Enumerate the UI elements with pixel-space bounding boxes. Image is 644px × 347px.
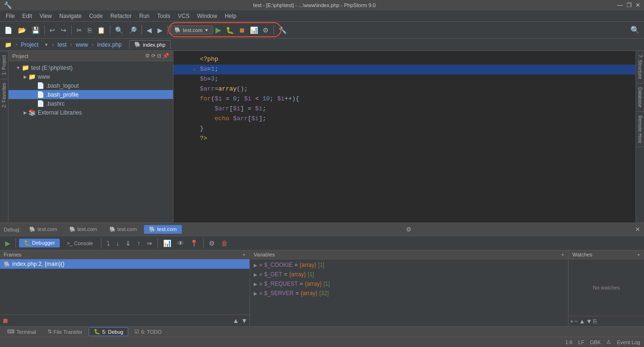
menu-help[interactable]: Help: [221, 12, 240, 20]
project-icon[interactable]: 📁: [3, 41, 14, 49]
console-sub-tab[interactable]: >_ Console: [61, 239, 98, 248]
run-config-selector[interactable]: 🐘 test.com ▼: [170, 25, 213, 34]
trash-button[interactable]: 🗑: [219, 238, 230, 248]
menu-view[interactable]: View: [36, 12, 56, 20]
debug-tab-0[interactable]: 🐘 test.com: [24, 225, 62, 234]
watch-up-button[interactable]: ▲: [579, 318, 585, 325]
menu-window[interactable]: Window: [193, 12, 221, 20]
debug-tab-1[interactable]: 🐘 test.com: [64, 225, 102, 234]
file-transfer-tab[interactable]: ⇅ File Transfer: [42, 327, 88, 336]
run-to-cursor-button[interactable]: ⇒: [144, 238, 155, 248]
run-button[interactable]: ▶: [213, 24, 223, 36]
watch-down-button[interactable]: ▼: [586, 318, 592, 325]
force-step-into-button[interactable]: ⇓: [123, 238, 133, 248]
tree-item-bash-logout[interactable]: 📄 .bash_logout: [8, 81, 173, 90]
step-into-button[interactable]: ↓: [114, 238, 122, 248]
status-position[interactable]: 1:6: [565, 339, 572, 345]
evaluate-button[interactable]: 📊: [161, 238, 173, 248]
project-panel-button[interactable]: 1: Project: [0, 51, 8, 79]
favorites-panel-button[interactable]: 2: Favorites: [0, 79, 8, 111]
remote-host-panel-button[interactable]: Remote Host: [636, 112, 644, 147]
breadcrumb-folder2[interactable]: www: [74, 41, 90, 49]
sidebar-gear-icon[interactable]: ⚙: [145, 53, 150, 59]
menu-vcs[interactable]: VCS: [174, 12, 193, 20]
menu-navigate[interactable]: Navigate: [56, 12, 85, 20]
forward-button[interactable]: ▶: [155, 25, 165, 35]
debugger-sub-tab[interactable]: 🐛 Debugger: [19, 239, 60, 248]
project-dropdown-arrow[interactable]: ▼: [42, 42, 50, 48]
debug-tab-3[interactable]: 🐘 test.com: [144, 225, 182, 234]
frame-up-button[interactable]: ▲: [232, 317, 239, 324]
watches-add-icon[interactable]: +: [637, 252, 640, 257]
sidebar-collapse-icon[interactable]: ⊟: [157, 53, 161, 59]
status-charset[interactable]: GBK: [590, 339, 601, 345]
terminal-tab[interactable]: ⌨ Terminal: [2, 327, 41, 336]
menu-run[interactable]: Run: [135, 12, 153, 20]
tree-item-www[interactable]: ▶ 📁 www: [8, 72, 173, 81]
editor-tab-main[interactable]: 🐘 index.php: [129, 40, 171, 49]
tree-item-test[interactable]: ▼ 📁 test (E:\php\test): [8, 63, 173, 72]
menu-code[interactable]: Code: [85, 12, 107, 20]
sidebar-pin-icon[interactable]: 📌: [163, 53, 169, 59]
watch-add-button[interactable]: +: [570, 318, 574, 325]
editor-content-area[interactable]: <?php ⚠ $a=1; $b=3; $arr=array(); for($i: [173, 51, 636, 223]
save-button[interactable]: 💾: [29, 25, 42, 35]
menu-file[interactable]: File: [2, 12, 18, 20]
search-everywhere-button[interactable]: 🔍: [628, 24, 642, 36]
menu-tools[interactable]: Tools: [153, 12, 174, 20]
menu-refactor[interactable]: Refactor: [107, 12, 135, 20]
var-item-request[interactable]: ▶ ≡ $_REQUEST = {array} [1]: [250, 279, 568, 289]
database-panel-button[interactable]: Database: [636, 83, 644, 112]
var-item-cookie[interactable]: ▶ ≡ $_COOKIE = {array} [1]: [250, 260, 568, 270]
undo-button[interactable]: ↩: [47, 25, 58, 35]
var-expand-server[interactable]: ▶: [254, 291, 257, 296]
redo-button[interactable]: ↪: [58, 25, 69, 35]
var-expand-request[interactable]: ▶: [254, 281, 257, 287]
step-out-button[interactable]: ↑: [135, 238, 143, 248]
debug-tab-bottom[interactable]: 🐛 5: Debug: [89, 327, 129, 336]
show-execution-point[interactable]: 📍: [188, 238, 200, 248]
status-lf[interactable]: LF: [578, 339, 584, 345]
tree-item-bash-profile[interactable]: 📄 .bash_profile: [8, 90, 173, 99]
breadcrumb-project[interactable]: Project: [19, 41, 40, 49]
breadcrumb-file[interactable]: index.php: [95, 41, 124, 49]
frame-stop-button[interactable]: ⏹: [2, 317, 8, 324]
resume-button[interactable]: ▶: [3, 238, 13, 248]
replace-button[interactable]: 🔎: [126, 25, 139, 35]
frames-add-icon[interactable]: +: [243, 252, 246, 257]
run-coverage-button[interactable]: 📊: [248, 25, 260, 35]
var-expand-get[interactable]: ▶: [254, 272, 257, 277]
debug-button[interactable]: 🐛: [223, 25, 236, 35]
watch-remove-button[interactable]: −: [575, 318, 578, 325]
stop-button[interactable]: ⏹: [236, 25, 248, 35]
tree-item-external-libs[interactable]: ▶ 📚 External Libraries: [8, 108, 173, 117]
event-log-button[interactable]: Event Log: [617, 339, 640, 345]
tree-item-bashrc[interactable]: 📄 .bashrc: [8, 99, 173, 108]
new-file-button[interactable]: 📄: [2, 25, 15, 35]
external-tools-button[interactable]: 🔧: [276, 25, 289, 35]
frame-down-button[interactable]: ▼: [241, 317, 248, 324]
debug-settings-button[interactable]: ⚙: [406, 226, 412, 233]
debug-tab-2[interactable]: 🐘 test.com: [104, 225, 142, 234]
var-item-server[interactable]: ▶ ≡ $_SERVER = {array} [32]: [250, 289, 568, 298]
watch-copy-button[interactable]: ⎘: [593, 318, 597, 325]
settings-button[interactable]: ⚙: [206, 238, 217, 248]
paste-button[interactable]: 📋: [95, 25, 107, 35]
profile-button[interactable]: ⚙: [260, 25, 271, 35]
close-button[interactable]: ✕: [636, 2, 640, 8]
menu-edit[interactable]: Edit: [18, 12, 36, 20]
structure-panel-button[interactable]: 7: Structure: [636, 51, 644, 83]
sidebar-sync-icon[interactable]: ⟳: [151, 53, 156, 59]
todo-tab[interactable]: ☑ 6: TODO: [129, 327, 167, 336]
var-expand-cookie[interactable]: ▶: [254, 263, 257, 268]
open-button[interactable]: 📂: [16, 25, 28, 35]
copy-button[interactable]: ⎘: [85, 25, 94, 35]
variables-add-icon[interactable]: +: [561, 252, 564, 257]
watch-button[interactable]: 👁: [175, 238, 186, 248]
cut-button[interactable]: ✂: [74, 25, 84, 35]
back-button[interactable]: ◀: [144, 25, 154, 35]
minimize-button[interactable]: —: [617, 2, 623, 8]
find-button[interactable]: 🔍: [113, 25, 125, 35]
debug-close-button[interactable]: ✕: [635, 226, 640, 233]
frame-item-0[interactable]: 🐘 index.php:2, {main}(): [0, 259, 249, 269]
